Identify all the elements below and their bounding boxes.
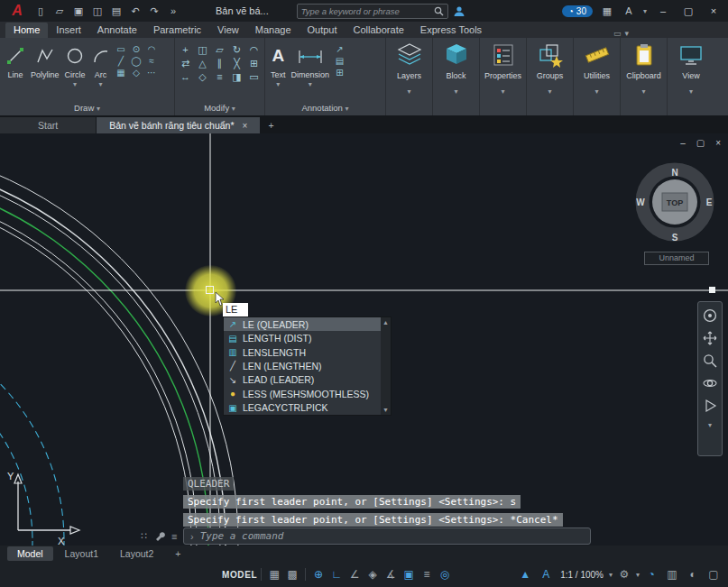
ribbon-tab-annotate[interactable]: Annotate: [89, 23, 145, 38]
copy-tool-icon[interactable]: ◫: [195, 44, 210, 56]
scroll-up-icon[interactable]: ▲: [382, 317, 389, 327]
autocomplete-item[interactable]: ▤ LENGTH (DIST): [224, 331, 381, 344]
table-tool-icon[interactable]: ▤: [333, 56, 346, 66]
drawing-canvas[interactable]: – ▢ × TOP N S W E Unnamed: [0, 133, 728, 546]
ribbon-display-toggle-icon[interactable]: ▭: [613, 29, 622, 38]
annotation-panel-label[interactable]: Annotation ▾: [265, 102, 385, 115]
undo-icon[interactable]: ↶: [128, 5, 143, 17]
modify-panel-label[interactable]: Modify ▾: [175, 102, 264, 115]
isometric-drafting-toggle[interactable]: ◈: [364, 568, 382, 581]
panel-block[interactable]: Block ▾: [433, 38, 480, 115]
doc-restore-icon[interactable]: ▢: [696, 138, 705, 148]
navbar-caret-icon[interactable]: ▾: [708, 421, 712, 429]
hatch-tool-icon[interactable]: ◠: [145, 44, 159, 54]
search-icon[interactable]: [434, 6, 444, 16]
autocomplete-item[interactable]: ↘ LEAD (LEADER): [224, 373, 381, 387]
clean-screen-button[interactable]: ▢: [705, 568, 723, 581]
polygon-tool-icon[interactable]: ◇: [130, 68, 143, 78]
customize-wrench-icon[interactable]: [153, 530, 165, 542]
trim-tool-icon[interactable]: ↔: [178, 71, 193, 83]
new-file-icon[interactable]: ▯: [33, 5, 48, 17]
xline-tool-icon[interactable]: ╱: [115, 56, 128, 66]
view-caret-icon[interactable]: ▾: [689, 87, 693, 96]
annotation-monitor-toggle[interactable]: ◔: [642, 568, 660, 581]
ortho-mode-toggle[interactable]: ∟: [327, 568, 346, 581]
annotation-autoscale-toggle[interactable]: A: [537, 568, 555, 581]
touch-mode-icon[interactable]: ▦: [600, 5, 614, 17]
autocomplete-item[interactable]: ● LESS (MESHSMOOTHLESS): [224, 387, 381, 400]
break-tool-icon[interactable]: ◨: [229, 71, 244, 83]
panel-groups[interactable]: Groups ▾: [527, 38, 574, 115]
utilities-caret-icon[interactable]: ▾: [594, 87, 598, 96]
viewcube[interactable]: TOP N S W E: [630, 157, 720, 251]
minimize-button[interactable]: –: [654, 5, 672, 16]
doc-minimize-icon[interactable]: –: [680, 138, 686, 148]
autocomplete-item[interactable]: ▥ LENSLENGTH: [224, 345, 381, 359]
object-snap-tracking-toggle[interactable]: ∡: [382, 568, 400, 581]
polar-tracking-toggle[interactable]: ∠: [346, 568, 364, 581]
panel-layers[interactable]: Layers ▾: [386, 38, 433, 115]
lineweight-toggle[interactable]: ≡: [418, 568, 436, 581]
autocomplete-item[interactable]: ▣ LEGACYCTRLPICK: [224, 401, 381, 415]
gradient-tool-icon[interactable]: ▦: [115, 68, 128, 78]
redo-icon[interactable]: ↷: [147, 5, 161, 17]
grid-display-toggle[interactable]: ▦: [265, 568, 283, 581]
mirror-tool-icon[interactable]: ⇄: [178, 58, 193, 69]
maximize-button[interactable]: ▢: [679, 5, 697, 17]
circle-caret-icon[interactable]: ▾: [73, 80, 77, 88]
autocomplete-item[interactable]: ↗ LE (QLEADER): [224, 317, 381, 331]
new-layout-button[interactable]: +: [165, 546, 190, 561]
viewcube-north[interactable]: N: [671, 168, 677, 178]
ellipse-tool-icon[interactable]: ⊙: [130, 44, 143, 54]
panel-utilities[interactable]: Utilities ▾: [574, 38, 621, 115]
text-caret-icon[interactable]: ▾: [276, 80, 280, 88]
workspace-caret-icon[interactable]: ▾: [636, 571, 640, 579]
viewcube-east[interactable]: E: [706, 197, 713, 207]
ribbon-tab-home[interactable]: Home: [5, 23, 48, 38]
arc-caret-icon[interactable]: ▾: [99, 80, 103, 88]
file-tab-active[interactable]: Bản vẽ bánh răng tiêu chuẩn* ×: [97, 117, 261, 133]
hardware-acceleration-toggle[interactable]: ▥: [663, 568, 681, 581]
show-motion-icon[interactable]: [703, 399, 717, 413]
model-space-button[interactable]: MODEL: [222, 570, 257, 580]
selection-cycling-toggle[interactable]: ◎: [436, 568, 454, 581]
markup-tool-icon[interactable]: ⊞: [333, 68, 346, 78]
workspace-switching-button[interactable]: ⚙: [615, 568, 633, 581]
stretch-tool-icon[interactable]: ▱: [212, 44, 227, 56]
rectangle-tool-icon[interactable]: ▭: [115, 44, 128, 54]
file-tab-close-icon[interactable]: ×: [243, 121, 248, 131]
arc-button[interactable]: Arc ▾: [89, 41, 113, 88]
layout-tab-layout1[interactable]: Layout1: [55, 546, 108, 561]
circle-button[interactable]: Circle ▾: [63, 41, 88, 88]
groups-caret-icon[interactable]: ▾: [548, 87, 551, 96]
save-icon[interactable]: ▣: [71, 5, 86, 17]
autocomplete-item[interactable]: ╱ LEN (LENGTHEN): [224, 359, 381, 372]
full-navigation-wheel-icon[interactable]: [703, 308, 717, 323]
draw-panel-label[interactable]: Draw ▾: [0, 102, 174, 115]
object-snap-toggle[interactable]: ▣: [400, 568, 418, 581]
qat-more-icon[interactable]: »: [166, 5, 180, 16]
commandline-grip-icon[interactable]: ∷: [141, 530, 147, 542]
ribbon-tab-output[interactable]: Output: [299, 23, 346, 38]
sign-in-user-icon[interactable]: [453, 5, 465, 17]
block-caret-icon[interactable]: ▾: [454, 87, 457, 96]
ribbon-display-caret-icon[interactable]: ▾: [624, 29, 629, 38]
doc-close-icon[interactable]: ×: [715, 138, 721, 148]
erase-tool-icon[interactable]: ╳: [229, 58, 244, 69]
scale-tool-icon[interactable]: △: [195, 58, 210, 69]
pan-icon[interactable]: [703, 331, 717, 345]
scroll-down-icon[interactable]: ▼: [382, 405, 389, 415]
annotation-scale-caret-icon[interactable]: ▾: [609, 571, 613, 579]
viewcube-west[interactable]: W: [636, 197, 645, 207]
zoom-icon[interactable]: [703, 353, 717, 368]
panel-view[interactable]: View ▾: [668, 38, 714, 115]
close-button[interactable]: ×: [705, 5, 723, 16]
snap-mode-toggle[interactable]: ▩: [283, 568, 301, 581]
ribbon-tab-manage[interactable]: Manage: [247, 23, 299, 38]
points-tool-icon[interactable]: ⋯: [145, 68, 159, 78]
dimension-caret-icon[interactable]: ▾: [309, 80, 312, 88]
move-tool-icon[interactable]: +: [178, 44, 193, 56]
ribbon-tab-express-tools[interactable]: Express Tools: [412, 23, 490, 38]
ribbon-tab-collaborate[interactable]: Collaborate: [346, 23, 412, 38]
ribbon-tab-view[interactable]: View: [209, 23, 247, 38]
